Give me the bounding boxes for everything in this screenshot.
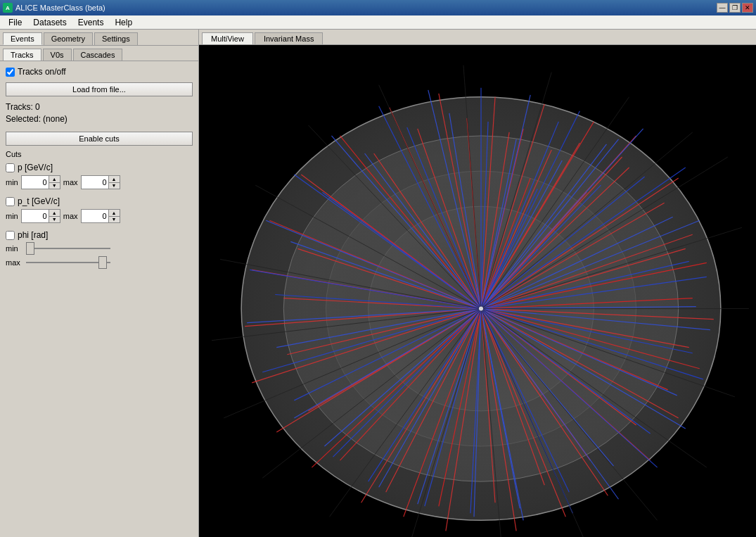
- pt-cut-header: p_t [GeV/c]: [6, 196, 193, 206]
- menu-file[interactable]: File: [3, 16, 27, 29]
- p-max-spinner-btns: ▲ ▼: [108, 176, 120, 189]
- pt-max-spinner-btns: ▲ ▼: [108, 210, 120, 222]
- tracks-count-row: Tracks: 0: [6, 102, 193, 112]
- p-max-label: max: [63, 178, 78, 187]
- pt-min-spin-down[interactable]: ▼: [49, 217, 60, 223]
- tracks-onoff-checkbox[interactable]: [6, 68, 15, 77]
- p-min-spin-up[interactable]: ▲: [49, 176, 60, 183]
- main-tabs-row: Events Geometry Settings: [0, 30, 198, 46]
- p-cut-range-row: min ▲ ▼ max ▲ ▼: [6, 175, 193, 189]
- tracks-onoff-row: Tracks on/off: [6, 67, 193, 77]
- tab-events[interactable]: Events: [3, 32, 42, 45]
- pt-min-spinner-btns: ▲ ▼: [49, 210, 60, 222]
- minimize-button[interactable]: —: [717, 3, 728, 13]
- cuts-section-label: Cuts: [6, 150, 193, 158]
- p-cut-label: p [GeV/c]: [18, 163, 53, 172]
- p-min-spin-down[interactable]: ▼: [49, 183, 60, 189]
- menu-bar: File Datasets Events Help: [0, 15, 756, 30]
- restore-button[interactable]: ❐: [729, 3, 741, 13]
- p-max-spin-up[interactable]: ▲: [108, 176, 120, 183]
- tab-geometry[interactable]: Geometry: [44, 32, 93, 45]
- p-min-input[interactable]: [22, 178, 49, 187]
- phi-max-label: max: [6, 258, 23, 267]
- p-max-spinner[interactable]: ▲ ▼: [81, 175, 120, 189]
- title-bar-left: A ALICE MasterClass (beta): [3, 3, 105, 13]
- p-cut-section: p [GeV/c] min ▲ ▼ max: [6, 163, 193, 189]
- tab-multiview[interactable]: MultiView: [202, 32, 253, 44]
- particle-viz-svg: [199, 45, 756, 537]
- p-min-label: min: [6, 178, 18, 187]
- tracks-count-value: 0: [35, 102, 40, 112]
- view-tabs: MultiView Invariant Mass: [199, 30, 756, 45]
- p-max-spin-down[interactable]: ▼: [108, 183, 120, 189]
- p-cut-header: p [GeV/c]: [6, 163, 193, 172]
- app-icon: A: [3, 3, 13, 13]
- tab-invariant-mass[interactable]: Invariant Mass: [255, 32, 323, 44]
- tab-settings[interactable]: Settings: [94, 32, 138, 45]
- tracks-onoff-label: Tracks on/off: [18, 67, 66, 77]
- pt-max-spin-down[interactable]: ▼: [108, 217, 120, 223]
- p-cut-checkbox[interactable]: [6, 163, 15, 172]
- selected-label: Selected:: [6, 114, 41, 124]
- right-panel: MultiView Invariant Mass: [199, 30, 756, 537]
- close-button[interactable]: ✕: [742, 3, 753, 13]
- selected-row: Selected: (none): [6, 114, 193, 124]
- main-layout: Events Geometry Settings Tracks V0s Casc…: [0, 30, 756, 537]
- title-bar: A ALICE MasterClass (beta) — ❐ ✕: [0, 0, 756, 15]
- p-min-spinner-btns: ▲ ▼: [49, 176, 60, 189]
- collision-vertex: [479, 307, 483, 311]
- window-title: ALICE MasterClass (beta): [15, 4, 105, 12]
- load-from-file-button[interactable]: Load from file...: [6, 82, 193, 96]
- phi-cut-header: phi [rad]: [6, 230, 193, 240]
- phi-cut-label: phi [rad]: [18, 230, 48, 240]
- phi-cut-section: phi [rad] min max: [6, 230, 193, 268]
- pt-cut-range-row: min ▲ ▼ max ▲ ▼: [6, 209, 193, 223]
- pt-max-label: max: [63, 212, 78, 220]
- selected-value: (none): [43, 114, 68, 124]
- sub-tab-cascades[interactable]: Cascades: [73, 49, 123, 61]
- menu-events[interactable]: Events: [72, 16, 110, 29]
- window-controls: — ❐ ✕: [717, 3, 753, 13]
- pt-min-spin-up[interactable]: ▲: [49, 210, 60, 217]
- pt-max-input[interactable]: [82, 212, 108, 220]
- pt-max-spinner[interactable]: ▲ ▼: [81, 209, 120, 223]
- p-max-input[interactable]: [82, 178, 108, 187]
- enable-cuts-button[interactable]: Enable cuts: [6, 132, 193, 146]
- visualization-canvas: [199, 45, 756, 537]
- phi-cut-checkbox[interactable]: [6, 231, 15, 240]
- left-panel: Events Geometry Settings Tracks V0s Casc…: [0, 30, 199, 537]
- menu-help[interactable]: Help: [109, 16, 138, 29]
- tracks-count-label: Tracks:: [6, 102, 33, 112]
- sub-tab-v0s[interactable]: V0s: [43, 49, 72, 61]
- pt-min-label: min: [6, 212, 18, 220]
- phi-max-slider[interactable]: [26, 257, 110, 268]
- pt-max-spin-up[interactable]: ▲: [108, 210, 120, 217]
- phi-min-slider-row: min: [6, 243, 193, 254]
- phi-max-slider-row: max: [6, 257, 193, 268]
- pt-cut-section: p_t [GeV/c] min ▲ ▼ max: [6, 196, 193, 223]
- phi-min-slider[interactable]: [26, 243, 110, 254]
- sub-tab-tracks[interactable]: Tracks: [3, 49, 41, 61]
- p-min-spinner[interactable]: ▲ ▼: [21, 175, 60, 189]
- pt-min-spinner[interactable]: ▲ ▼: [21, 209, 60, 223]
- sub-tabs-row: Tracks V0s Cascades: [0, 46, 198, 61]
- panel-content: Tracks on/off Load from file... Tracks: …: [0, 61, 198, 537]
- menu-datasets[interactable]: Datasets: [27, 16, 72, 29]
- pt-cut-checkbox[interactable]: [6, 197, 15, 206]
- phi-min-label: min: [6, 244, 23, 253]
- pt-min-input[interactable]: [22, 212, 49, 220]
- pt-cut-label: p_t [GeV/c]: [18, 196, 60, 206]
